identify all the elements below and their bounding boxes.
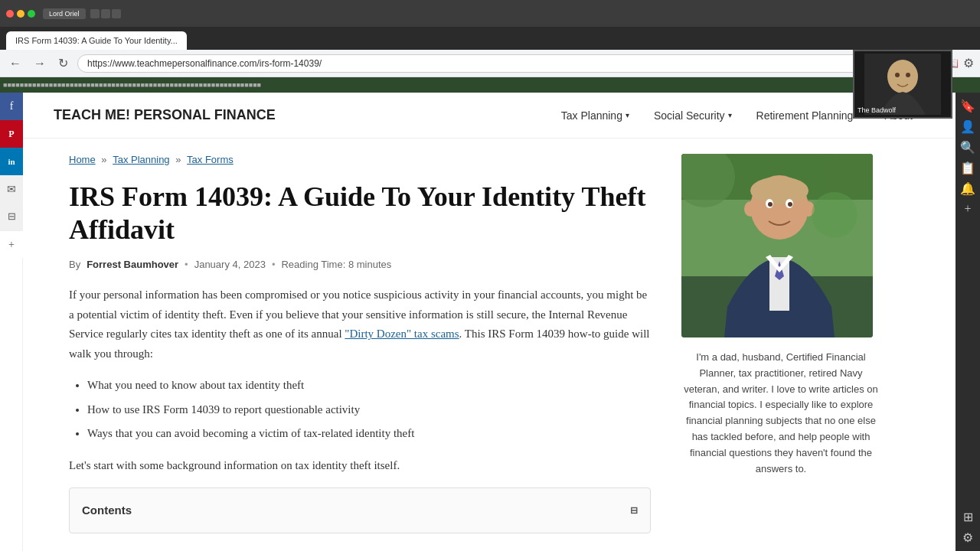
article-bullet-list: What you need to know about tax identity… (87, 376, 651, 444)
back-button[interactable]: ← (6, 54, 24, 73)
contents-box: Contents ⊟ (69, 487, 651, 533)
contents-toggle-button[interactable]: ⊟ (630, 503, 638, 518)
breadcrumb-tax-forms[interactable]: Tax Forms (187, 154, 234, 165)
ext-icon-8[interactable]: ⚙ (962, 530, 973, 545)
social-sidebar: f P in ✉ ⊟ + (0, 93, 23, 551)
svg-point-11 (768, 202, 773, 207)
breadcrumb-tax-planning[interactable]: Tax Planning (113, 154, 169, 165)
svg-point-12 (788, 202, 792, 207)
meta-separator-1: • (185, 259, 188, 270)
browser-chrome: Lord Oriel (0, 0, 980, 27)
pinterest-share-button[interactable]: P (0, 120, 23, 148)
pinterest-icon: P (8, 129, 14, 140)
main-content: TEACH ME! PERSONAL FINANCE Tax Planning … (23, 93, 956, 551)
profile-image (681, 154, 873, 337)
print-icon: ⊟ (8, 210, 16, 223)
profile-bio: I'm a dad, husband, Certified Financial … (681, 350, 880, 477)
author-meta: By Forrest Baumhover • January 4, 2023 •… (69, 259, 651, 270)
email-icon: ✉ (7, 183, 16, 196)
svg-point-4 (750, 177, 808, 204)
article-title: IRS Form 14039: A Guide To Your Identity… (69, 181, 651, 246)
intro-paragraph-2: Let's start with some background informa… (69, 456, 651, 476)
site-navigation: TEACH ME! PERSONAL FINANCE Tax Planning … (23, 93, 956, 139)
contents-header: Contents ⊟ (82, 500, 638, 520)
reading-time: Reading Time: 8 minutes (281, 259, 391, 270)
article-body: If your personal information has been co… (69, 285, 651, 533)
nav-item-social-security[interactable]: Social Security ▾ (642, 103, 744, 128)
ext-icon-7[interactable]: ⊞ (963, 510, 973, 524)
ext-icon-1[interactable]: 🔖 (960, 99, 975, 113)
by-label: By (69, 259, 80, 270)
site-wrapper: f P in ✉ ⊟ + TEACH ME! PERSONAL FINANCE … (0, 93, 980, 551)
bullet-item-2: How to use IRS Form 14039 to report ques… (87, 400, 651, 420)
breadcrumb-separator-2: » (175, 154, 184, 165)
nav-item-tax-planning[interactable]: Tax Planning ▾ (549, 103, 642, 128)
author-name: Forrest Baumhover (87, 259, 178, 270)
right-extension-sidebar: 🔖 👤 🔍 📋 🔔 + ⊞ ⚙ (956, 93, 980, 551)
add-share-button[interactable]: + (0, 230, 23, 258)
video-label: The Badwolf (858, 106, 896, 114)
svg-point-19 (906, 73, 910, 77)
breadcrumb-separator-1: » (101, 154, 109, 165)
bullet-item-1: What you need to know about tax identity… (87, 376, 651, 396)
site-logo[interactable]: TEACH ME! PERSONAL FINANCE (54, 107, 276, 123)
webcam-overlay: The Badwolf (853, 50, 952, 119)
svg-point-17 (887, 60, 918, 93)
print-button[interactable]: ⊟ (0, 203, 23, 230)
bullet-item-3: Ways that you can avoid becoming a victi… (87, 424, 651, 444)
svg-point-15 (812, 192, 858, 238)
address-bar[interactable]: https://www.teachmepersonalfinance.com/i… (77, 54, 922, 73)
ext-icon-2[interactable]: 👤 (960, 119, 975, 134)
plus-icon: + (8, 239, 15, 251)
chevron-down-icon: ▾ (728, 111, 732, 119)
linkedin-share-button[interactable]: in (0, 148, 23, 175)
meta-separator-2: • (272, 259, 276, 270)
article-sidebar: I'm a dad, husband, Certified Financial … (681, 154, 880, 533)
svg-point-18 (895, 73, 900, 77)
ext-icon-5[interactable]: 🔔 (960, 181, 975, 196)
ext-icon-4[interactable]: 📋 (960, 161, 975, 175)
facebook-share-button[interactable]: f (0, 93, 23, 120)
article-main: Home » Tax Planning » Tax Forms IRS Form… (69, 154, 651, 533)
breadcrumb: Home » Tax Planning » Tax Forms (69, 154, 651, 165)
extension-toolbar: ■■■■■■■■■■■■■■■■■■■■■■■■■■■■■■■■■■■■■■■■… (0, 77, 980, 93)
browser-tabs: IRS Form 14039: A Guide To Your Identity… (0, 27, 980, 50)
active-tab[interactable]: IRS Form 14039: A Guide To Your Identity… (6, 31, 187, 50)
settings-icon[interactable]: ⚙ (963, 56, 974, 70)
breadcrumb-home[interactable]: Home (69, 154, 96, 165)
profile-label: Lord Oriel (43, 8, 86, 19)
forward-button[interactable]: → (31, 54, 49, 73)
intro-paragraph-1: If your personal information has been co… (69, 285, 651, 364)
ext-icon-6[interactable]: + (964, 202, 971, 216)
ext-icon-3[interactable]: 🔍 (960, 140, 975, 155)
browser-toolbar: ← → ↻ https://www.teachmepersonalfinance… (0, 50, 980, 77)
dirty-dozen-link[interactable]: "Dirty Dozen" tax scams (345, 328, 459, 340)
article-date: January 4, 2023 (194, 259, 266, 270)
refresh-button[interactable]: ↻ (55, 53, 71, 73)
email-share-button[interactable]: ✉ (0, 175, 23, 203)
page-inner: Home » Tax Planning » Tax Forms IRS Form… (23, 139, 942, 549)
chevron-down-icon: ▾ (626, 111, 629, 119)
svg-point-7 (744, 201, 756, 217)
